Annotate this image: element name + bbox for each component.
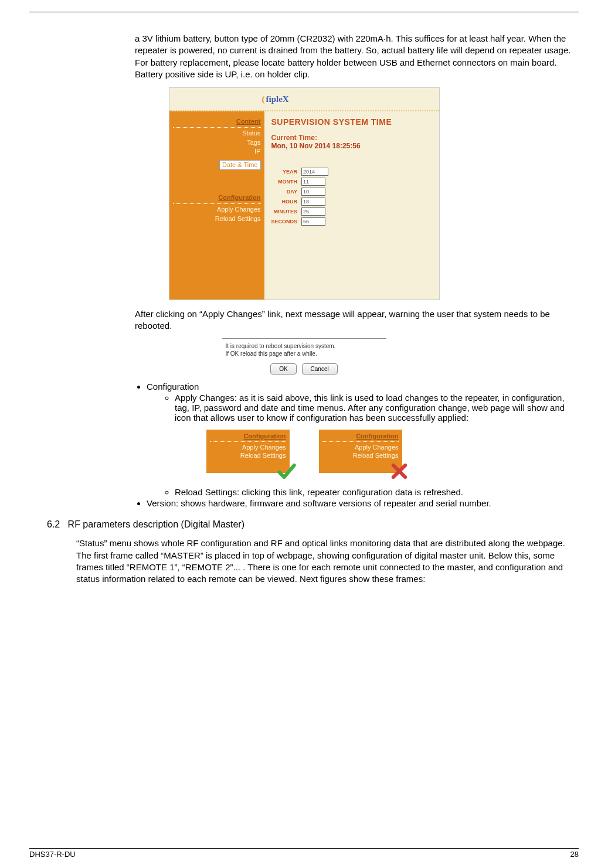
- paragraph-1: a 3V lithium battery, button type of 20m…: [135, 33, 579, 80]
- sidebar-apply-changes[interactable]: Apply Changes: [173, 205, 261, 214]
- label-hour: HOUR: [271, 196, 301, 206]
- section-p2: The first frame called “MASTER” is place…: [76, 550, 579, 586]
- config-result-snippets: Configuration Apply Changes Reload Setti…: [29, 430, 579, 473]
- ok-button[interactable]: OK: [270, 363, 296, 375]
- sidebar-item-tags[interactable]: Tags: [173, 138, 261, 147]
- dialog-line1: It is required to reboot supervision sys…: [226, 342, 386, 350]
- cross-icon: [389, 461, 409, 483]
- section-number: 6.2: [47, 519, 60, 529]
- current-time-value: Mon, 10 Nov 2014 18:25:56: [271, 142, 432, 150]
- config-snip-success: Configuration Apply Changes Reload Setti…: [206, 430, 290, 473]
- cancel-button[interactable]: Cancel: [302, 363, 338, 375]
- input-year[interactable]: [301, 168, 328, 176]
- sidebar-item-ip[interactable]: IP: [173, 147, 261, 156]
- snip1-reload: Reload Settings: [210, 451, 286, 459]
- label-minutes: MINUTES: [271, 206, 301, 216]
- snip2-apply: Apply Changes: [322, 443, 399, 451]
- fiplex-screenshot: (fipleX Content Status Tags IP Date & Ti…: [169, 87, 440, 300]
- config-snip-fail: Configuration Apply Changes Reload Setti…: [319, 430, 402, 473]
- bullet-configuration-label: Configuration: [147, 382, 199, 392]
- label-month: MONTH: [271, 176, 301, 186]
- label-seconds: SECONDS: [271, 216, 301, 226]
- page-footer: DHS37-R-DU 28: [29, 848, 579, 859]
- snip1-apply: Apply Changes: [210, 443, 286, 451]
- section-p1: “Status” menu shows whole RF configurati…: [76, 537, 579, 549]
- label-year: YEAR: [271, 166, 301, 176]
- sidebar-item-status[interactable]: Status: [173, 129, 261, 138]
- snip1-head: Configuration: [210, 432, 286, 440]
- bullet-configuration: Configuration Apply Changes: as it is sa…: [147, 382, 579, 423]
- sidebar-item-datetime[interactable]: Date & Time: [219, 160, 261, 170]
- input-minutes[interactable]: [301, 207, 325, 216]
- top-rule: [29, 12, 579, 12]
- input-day[interactable]: [301, 188, 325, 196]
- sidebar-config-head: Configuration: [173, 193, 261, 202]
- sub-apply-changes: Apply Changes: as it is said above, this…: [175, 393, 579, 423]
- input-seconds[interactable]: [301, 217, 325, 226]
- dialog-line2: If OK reload this page after a while.: [226, 350, 386, 358]
- bullet-version: Version: shows hardware, firmware and so…: [147, 498, 579, 508]
- fiplex-logo: (fipleX: [262, 94, 289, 104]
- sub-reload-settings: Reload Settings: clicking this link, rep…: [175, 487, 579, 497]
- section-6-2-heading: 6.2 RF parameters description (Digital M…: [47, 519, 579, 531]
- footer-rule: [29, 848, 579, 849]
- snip2-reload: Reload Settings: [322, 451, 399, 459]
- input-month[interactable]: [301, 178, 325, 186]
- supervision-title: SUPERVISION SYSTEM TIME: [271, 117, 432, 127]
- section-title: RF parameters description (Digital Maste…: [68, 519, 244, 529]
- current-time-label: Current Time:: [271, 134, 432, 142]
- label-day: DAY: [271, 186, 301, 196]
- fiplex-sidebar: Content Status Tags IP Date & Time Confi…: [169, 111, 264, 299]
- fiplex-content: SUPERVISION SYSTEM TIME Current Time: Mo…: [264, 111, 439, 299]
- footer-right: 28: [570, 850, 579, 859]
- bullet-list-2: Reload Settings: clicking this link, rep…: [147, 487, 579, 508]
- input-hour[interactable]: [301, 198, 325, 206]
- footer-left: DHS37-R-DU: [29, 850, 76, 859]
- bullet-list: Configuration Apply Changes: as it is sa…: [147, 382, 579, 423]
- paragraph-2: After clicking on “Apply Changes” link, …: [135, 308, 579, 332]
- datetime-fields: YEAR MONTH DAY HOUR MINUTES SECONDS: [271, 166, 330, 226]
- sidebar-content-head: Content: [173, 117, 261, 126]
- checkmark-icon: [277, 461, 297, 483]
- sidebar-reload-settings[interactable]: Reload Settings: [173, 215, 261, 223]
- section-6-2-body: “Status” menu shows whole RF configurati…: [76, 537, 579, 585]
- snip2-head: Configuration: [322, 432, 399, 440]
- reboot-dialog: It is required to reboot supervision sys…: [222, 338, 386, 375]
- fiplex-header: (fipleX: [169, 88, 439, 111]
